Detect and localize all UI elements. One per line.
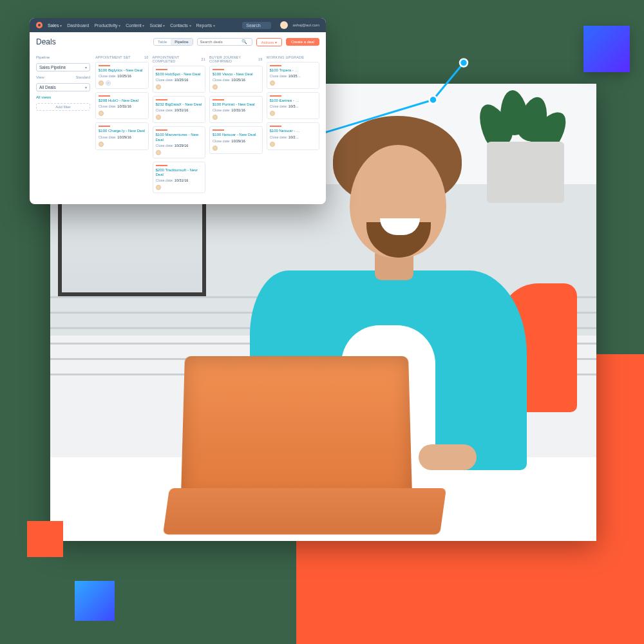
card-accent [99, 95, 110, 97]
nav-reports[interactable]: Reports [196, 23, 215, 28]
column-count: 19 [258, 57, 263, 61]
deal-title: $100 HubSpot - New Deal [156, 72, 203, 77]
deal-close-date: Close date: 10/29/16 [156, 144, 203, 147]
deal-title: $100 Macventures - New Deal [156, 133, 203, 142]
pipeline-select[interactable]: Sales Pipeline [36, 63, 90, 71]
toggle-pipeline[interactable]: Pipeline [171, 39, 192, 45]
owner-avatar-icon [156, 115, 161, 120]
owner-avatar-icon [156, 150, 161, 155]
owner-avatar-icon [99, 142, 104, 147]
kanban-column: BUYER JOURNEY CONFIRMED19 $100 Vasco - N… [209, 55, 263, 196]
deal-title: $200 Traditionsoft - New Deal [156, 168, 203, 177]
column-count: 21 [201, 57, 205, 61]
card-accent [213, 69, 224, 70]
kanban-board: APPOINTMENT SET10 $100 Biglytics - New D… [95, 55, 319, 196]
deal-card[interactable]: $100 HubSpot - New Deal Close date: 10/2… [153, 66, 206, 93]
nav-social[interactable]: Social [150, 23, 166, 28]
kanban-column: APPOINTMENT COMPLETED21 $100 HubSpot - N… [153, 55, 206, 196]
brand-menu[interactable]: Sales [48, 23, 62, 28]
nav-dashboard[interactable]: Dashboard [67, 23, 89, 28]
deal-title: $100 Portrait - New Deal [213, 102, 260, 107]
deal-close-date: Close date: 10/31/16 [156, 178, 203, 182]
card-accent [156, 99, 167, 100]
card-accent [270, 126, 281, 127]
owner-avatar-icon [270, 111, 275, 116]
create-deal-button[interactable]: Create a deal [286, 38, 319, 46]
accent-square-blue-bottom [75, 581, 115, 621]
deals-search-input[interactable] [200, 40, 239, 44]
search-icon: 🔍 [242, 39, 247, 44]
global-search-input[interactable]: Search [242, 22, 270, 29]
deal-title: $100 Netsoar - New Deal [213, 133, 260, 137]
owner-avatar-icon [270, 142, 275, 147]
deal-card[interactable]: $208 HubO - New Deal Close date: 10/31/1… [95, 92, 149, 119]
card-accent [213, 99, 224, 100]
deal-card[interactable]: $100 Biglytics - New Deal Close date: 10… [95, 62, 149, 89]
crm-topbar: Sales Dashboard Productivity Content Soc… [30, 18, 326, 32]
deal-card[interactable]: $100 Tripera - … Close date: 10/25… [267, 62, 320, 89]
deal-card[interactable]: $100 Macventures - New Deal Close date: … [153, 126, 206, 158]
deal-close-date: Close date: 10/31/16 [156, 108, 203, 112]
owner-avatar-icon [213, 146, 218, 151]
deal-card[interactable]: $100 Netsoar - … Close date: 10/2… [267, 122, 320, 149]
kanban-column: WORKING UPGRADE $100 Tripera - … Close d… [267, 55, 320, 196]
column-title: WORKING UPGRADE [267, 55, 305, 59]
accent-square-blue-top [583, 26, 630, 72]
deal-card[interactable]: $100 Portrait - New Deal Close date: 10/… [209, 96, 263, 123]
view-select[interactable]: All Deals [36, 83, 90, 91]
nav-contacts[interactable]: Contacts [170, 23, 191, 28]
deal-card[interactable]: $200 Traditionsoft - New Deal Close date… [153, 162, 206, 193]
deal-card[interactable]: $100 Eartrea - … Close date: 10/3… [267, 92, 320, 119]
deals-search[interactable]: 🔍 [197, 38, 252, 46]
deal-card[interactable]: $100 Vasco - New Deal Close date: 10/25/… [209, 66, 263, 93]
column-title: APPOINTMENT COMPLETED [153, 55, 202, 63]
card-accent [99, 65, 110, 66]
owner-avatar-icon [99, 111, 104, 116]
filter-sidebar: Pipeline Sales Pipeline View Standard Al… [36, 55, 90, 196]
view-toggle[interactable]: Table Pipeline [153, 38, 193, 46]
trend-point-icon [460, 59, 468, 67]
owner-avatar-icon [270, 80, 275, 86]
deal-close-date: Close date: 10/29/16 [99, 135, 146, 139]
view-hint: Standard [76, 75, 90, 79]
deal-card[interactable]: $232 BigDataX - New Deal Close date: 10/… [153, 96, 206, 123]
owner-avatar-icon [99, 80, 104, 86]
deal-close-date: Close date: 10/29/16 [213, 139, 260, 143]
deal-title: $100 Vasco - New Deal [213, 72, 260, 77]
card-accent [156, 129, 167, 131]
deal-title: $100 Tripera - … [270, 68, 317, 73]
sync-icon: ⟳ [106, 80, 111, 86]
all-views-link[interactable]: All views [36, 95, 90, 99]
column-title: BUYER JOURNEY CONFIRMED [209, 55, 258, 63]
deal-close-date: Close date: 10/2… [270, 135, 317, 139]
brand-logo-icon [36, 22, 43, 28]
actions-button[interactable]: Actions ▾ [256, 38, 282, 46]
owner-avatar-icon [156, 185, 161, 190]
deal-title: $100 Charge.ly - New Deal [99, 129, 146, 133]
card-accent [270, 95, 281, 97]
kanban-column: APPOINTMENT SET10 $100 Biglytics - New D… [95, 55, 149, 196]
toggle-table[interactable]: Table [154, 39, 171, 45]
deal-close-date: Close date: 10/3… [270, 104, 317, 108]
deal-close-date: Close date: 10/25/16 [213, 78, 260, 82]
deal-card[interactable]: $100 Charge.ly - New Deal Close date: 10… [95, 122, 149, 149]
pipeline-label: Pipeline [36, 55, 90, 59]
add-filter-button[interactable]: Add filter [36, 103, 90, 111]
accent-square-orange [27, 521, 63, 557]
owner-avatar-icon [156, 84, 161, 90]
owner-avatar-icon [213, 115, 218, 120]
column-title: APPOINTMENT SET [95, 55, 131, 59]
nav-productivity[interactable]: Productivity [94, 23, 120, 28]
deal-card[interactable]: $100 Netsoar - New Deal Close date: 10/2… [209, 126, 263, 153]
user-avatar-icon[interactable] [280, 21, 288, 29]
card-accent [213, 129, 224, 131]
nav-content[interactable]: Content [126, 23, 144, 28]
deal-title: $100 Netsoar - … [270, 129, 317, 133]
card-accent [156, 165, 167, 166]
column-count: 10 [144, 55, 149, 59]
user-email[interactable]: ashaj@aol.com [293, 23, 319, 27]
crm-nav: Dashboard Productivity Content Social Co… [67, 23, 215, 28]
card-accent [99, 126, 110, 127]
deal-title: $208 HubO - New Deal [99, 99, 146, 103]
deal-close-date: Close date: 10/25/16 [156, 78, 203, 82]
